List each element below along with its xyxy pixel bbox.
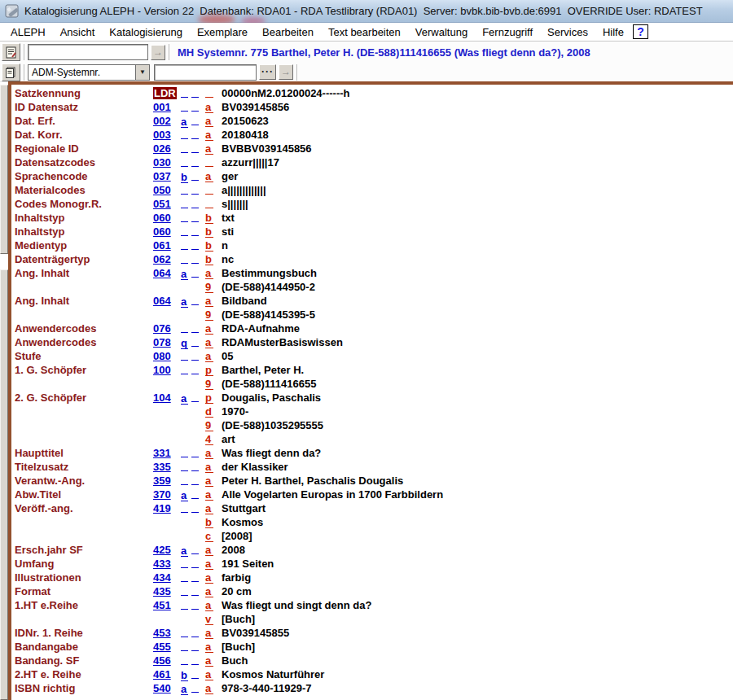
record-field-row[interactable]: Dat. Erf.002aa20150623	[15, 114, 733, 128]
adm-go-arrow-button[interactable]: →	[279, 64, 293, 80]
menu-item-aleph[interactable]: ALEPH	[3, 24, 53, 40]
field-indicators	[181, 474, 205, 488]
indicator-1: a	[181, 116, 188, 128]
menu-item-exemplare[interactable]: Exemplare	[190, 24, 255, 40]
field-indicators	[181, 86, 205, 100]
record-field-row[interactable]: Ang. Inhalt064aaBestimmungsbuch	[15, 266, 733, 280]
record-subfield-row[interactable]: bKosmos	[15, 515, 733, 529]
record-field-row[interactable]: Inhaltstyp060btxt	[15, 211, 733, 225]
record-field-row[interactable]: SatzkennungLDR00000nM2.01200024------h	[15, 86, 733, 100]
subfield-code-slot: a	[205, 558, 213, 570]
record-field-row[interactable]: Ersch.jahr SF425aa2008	[15, 543, 733, 557]
record-subfield-row[interactable]: 9(DE-588)111416655	[15, 377, 733, 391]
indicator-1	[181, 142, 188, 153]
menu-item-katalogisierung[interactable]: Katalogisierung	[102, 24, 190, 40]
menu-item-bearbeiten[interactable]: Bearbeiten	[255, 24, 321, 40]
help-question-icon[interactable]: ?	[633, 24, 648, 39]
subfield-code: a	[205, 101, 222, 113]
record-subfield-row[interactable]: v[Buch]	[15, 612, 733, 626]
field-label: Titelzusatz	[15, 461, 153, 473]
field-indicators	[181, 252, 205, 266]
record-field-row[interactable]: Materialcodes050a|||||||||||||	[15, 183, 733, 197]
field-tag: 370	[153, 488, 171, 501]
record-field-row[interactable]: Illustrationen434afarbig	[15, 571, 733, 584]
record-field-row[interactable]: Regionale ID026aBVBBV039145856	[15, 142, 733, 155]
browse-ellipsis-button[interactable]: ···	[259, 64, 276, 80]
adm-number-input[interactable]	[154, 64, 257, 81]
record-field-row[interactable]: Titelzusatz335ader Klassiker	[15, 460, 733, 474]
record-subfield-row[interactable]: 9(DE-588)1035295555	[15, 418, 733, 432]
adm-system-select[interactable]: ADM-Systemnr. ▼	[28, 64, 150, 81]
subfield-code-slot: a	[205, 143, 213, 155]
menu-item-services[interactable]: Services	[540, 24, 595, 40]
record-subfield-row[interactable]: c[2008]	[15, 529, 733, 543]
menu-item-verwaltung[interactable]: Verwaltung	[408, 24, 475, 40]
record-subfield-row[interactable]: 4art	[15, 432, 733, 446]
subfield-value: nc	[222, 253, 733, 265]
window-titlebar: Katalogisierung ALEPH - Version 22 Daten…	[0, 0, 733, 23]
chevron-down-icon[interactable]: ▼	[135, 65, 149, 80]
record-field-row[interactable]: Stufe080a05	[15, 349, 733, 363]
record-field-row[interactable]: Verantw.-Ang.359aPeter H. Barthel, Pasch…	[15, 474, 733, 488]
indicator-2	[191, 294, 199, 305]
record-field-row[interactable]: Dat. Korr.003a20180418	[15, 128, 733, 142]
record-field-row[interactable]: ID Datensatz001aBV039145856	[15, 100, 733, 114]
subfield-code: a	[205, 558, 222, 570]
go-arrow-button[interactable]: →	[151, 45, 165, 60]
field-indicators	[181, 584, 205, 598]
field-label: Abw.Titel	[15, 488, 153, 501]
field-indicators	[181, 501, 205, 515]
subfield-code-slot: v	[205, 614, 213, 625]
record-field-row[interactable]: Bandang. SF456aBuch	[15, 654, 733, 667]
field-label: Illustrationen	[15, 571, 153, 584]
record-field-row[interactable]: 2.HT e. Reihe461baKosmos Naturführer	[15, 667, 733, 681]
adm-record-button[interactable]	[2, 63, 20, 81]
subfield-code: a	[205, 142, 222, 155]
subfield-value: 20180418	[222, 129, 733, 141]
menu-item-ansicht[interactable]: Ansicht	[53, 24, 103, 40]
record-field-row[interactable]: Codes Monogr.R.051s|||||||	[15, 197, 733, 211]
subfield-value: [Buch]	[222, 613, 733, 625]
record-field-row[interactable]: Datenträgertyp062bnc	[15, 252, 733, 266]
record-number-input[interactable]	[28, 44, 148, 60]
indicator-2	[191, 391, 199, 402]
record-subfield-row[interactable]: 9(DE-588)4145395-5	[15, 308, 733, 322]
subfield-code: b	[205, 212, 222, 224]
record-field-row[interactable]: Veröff.-ang.419aStuttgart	[15, 501, 733, 515]
field-indicators: a	[181, 266, 205, 280]
record-field-row[interactable]: IDNr. 1. Reihe453aBV039145855	[15, 626, 733, 640]
record-field-row[interactable]: Anwendercodes078qaRDAMusterBasiswissen	[15, 335, 733, 349]
left-splitter-upper[interactable]	[0, 85, 8, 254]
record-subfield-row[interactable]: 9(DE-588)4144950-2	[15, 280, 733, 294]
indicator-1	[181, 363, 188, 374]
record-field-row[interactable]: Datensatzcodes030azzurr|||||17	[15, 155, 733, 169]
left-splitter-lower[interactable]	[0, 269, 8, 700]
record-field-row[interactable]: 1.HT e.Reihe451aWas fliegt und singt den…	[15, 598, 733, 612]
subfield-value: Dougalis, Paschalis	[222, 392, 733, 404]
record-field-row[interactable]: Haupttitel331aWas fliegt denn da?	[15, 446, 733, 460]
field-label: Inhaltstyp	[15, 225, 153, 238]
record-field-row[interactable]: Inhaltstyp060bsti	[15, 225, 733, 238]
record-field-row[interactable]: Bandangabe455a[Buch]	[15, 640, 733, 654]
record-field-row[interactable]: Abw.Titel370aaAlle Vogelarten Europas in…	[15, 488, 733, 501]
indicator-2	[191, 571, 199, 582]
record-field-row[interactable]: Medientyp061bn	[15, 238, 733, 252]
menu-item-hilfe[interactable]: Hilfe	[595, 24, 631, 40]
record-field-row[interactable]: ISBN richtig540aa978-3-440-11929-7	[15, 681, 733, 695]
subfield-code-slot: a	[205, 641, 213, 653]
subfield-code: p	[205, 392, 222, 404]
field-label: Format	[15, 585, 153, 597]
record-field-row[interactable]: Format435a20 cm	[15, 584, 733, 598]
menu-item-fernzugriff[interactable]: Fernzugriff	[475, 24, 540, 40]
record-field-row[interactable]: 1. G. Schöpfer100pBarthel, Peter H.	[15, 363, 733, 377]
record-field-row[interactable]: Anwendercodes076aRDA-Aufnahme	[15, 322, 733, 335]
record-field-row[interactable]: Umfang433a191 Seiten	[15, 557, 733, 571]
menu-item-text-bearbeiten[interactable]: Text bearbeiten	[321, 24, 408, 40]
record-field-row[interactable]: 2. G. Schöpfer104apDougalis, Paschalis	[15, 391, 733, 405]
record-subfield-row[interactable]: d1970-	[15, 405, 733, 418]
record-field-row[interactable]: Ang. Inhalt064aaBildband	[15, 294, 733, 308]
record-field-row[interactable]: Sprachencode037bager	[15, 169, 733, 183]
record-search-button[interactable]	[2, 43, 20, 61]
field-indicators	[181, 322, 205, 335]
field-tag: 100	[153, 364, 171, 376]
